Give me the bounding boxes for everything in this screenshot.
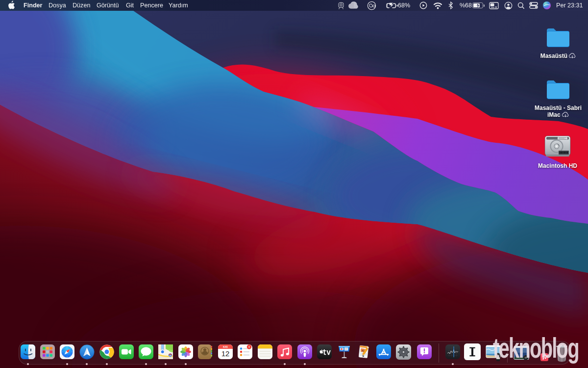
svg-text:12: 12 [221,349,230,358]
svg-text:280: 280 [169,355,172,357]
svg-text:KAS: KAS [223,346,228,348]
